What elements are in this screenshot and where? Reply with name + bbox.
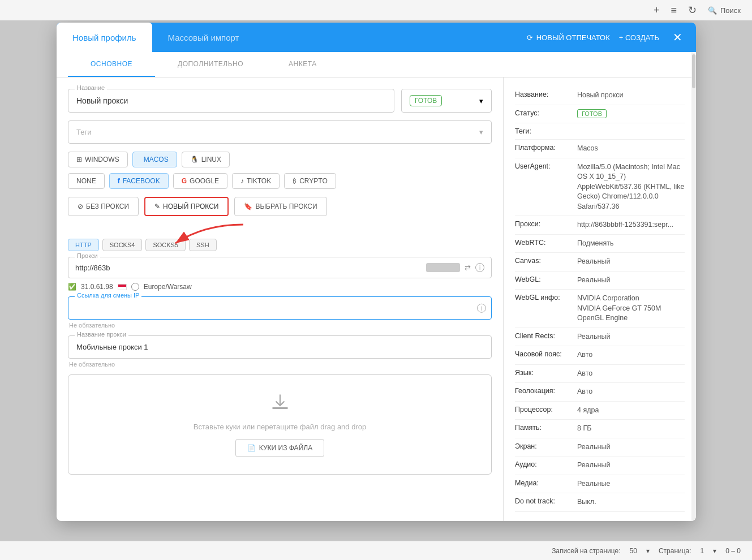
tags-select[interactable]: Теги ▾ — [68, 120, 492, 144]
status-badge: ГОТОВ — [410, 95, 442, 106]
info-row-useragent: UserAgent: Mozilla/5.0 (Macintosh; Intel… — [515, 158, 685, 217]
select-proxy-button[interactable]: 🔖 ВЫБРАТЬ ПРОКСИ — [234, 197, 326, 216]
info-row-proxy: Прокси: http://863bbbff-1253391:sepr... — [515, 216, 685, 235]
plus-icon[interactable]: + — [654, 5, 660, 16]
protocol-socks4[interactable]: SOCKS4 — [102, 239, 143, 251]
protocol-socks5[interactable]: SOCKS5 — [145, 239, 186, 251]
proxy-icons: ⇄ i — [465, 263, 484, 272]
ip-change-hint: Не обязательно — [68, 322, 492, 329]
tab-basic[interactable]: ОСНОВНОЕ — [68, 52, 155, 77]
info-value-useragent: Mozilla/5.0 (Macintosh; Intel Mac OS X 1… — [577, 162, 685, 212]
page-dropdown[interactable]: ▾ — [713, 547, 716, 555]
info-value-proxy: http://863bbbff-1253391:sepr... — [577, 220, 673, 230]
download-icon — [80, 392, 480, 417]
proxy-actions: ⊘ БЕЗ ПРОКСИ ✎ НОВЫЙ ПРОКСИ 🔖 ВЫБРАТЬ ПР… — [68, 197, 492, 216]
search-label: Поиск — [720, 6, 741, 15]
close-button[interactable]: ✕ — [668, 28, 687, 46]
info-icon[interactable]: i — [475, 263, 484, 272]
protocol-tabs: HTTP SOCKS4 SOCKS5 SSH — [68, 239, 492, 251]
info-row-geolocation: Геолокация: Авто — [515, 383, 685, 402]
name-field: Название — [68, 89, 394, 113]
bookmark-icon: 🔖 — [244, 203, 252, 210]
proxy-name-input[interactable] — [68, 335, 492, 359]
info-label-canvas: Canvas: — [515, 257, 577, 265]
info-row-status: Статус: ГОТОВ — [515, 105, 685, 124]
ip-info-icon[interactable]: i — [477, 303, 486, 313]
page-label: Страница: — [659, 547, 691, 555]
search-bar[interactable]: 🔍 Поиск — [708, 6, 741, 15]
social-google[interactable]: G GOOGLE — [173, 173, 227, 189]
scrollbar[interactable] — [691, 52, 696, 521]
page-range: 0 – 0 — [725, 547, 741, 555]
fingerprint-button[interactable]: ⟳ НОВЫЙ ОТПЕЧАТОК — [527, 33, 610, 42]
no-proxy-button[interactable]: ⊘ БЕЗ ПРОКСИ — [68, 197, 139, 216]
info-label-audio: Аудио: — [515, 460, 577, 468]
info-value-title: Новый прокси — [577, 91, 624, 101]
tab-new-profile[interactable]: Новый профиль — [57, 23, 152, 52]
platform-windows[interactable]: ⊞ WINDOWS — [68, 152, 128, 167]
windows-icon: ⊞ — [76, 156, 82, 163]
tab-extra[interactable]: ДОПОЛНИТЕЛЬНО — [155, 52, 266, 77]
menu-icon[interactable]: ≡ — [671, 5, 677, 16]
proxy-input[interactable] — [75, 264, 426, 272]
info-row-language: Язык: Авто — [515, 365, 685, 384]
cookie-zone: Вставьте куки или перетащите файл drag a… — [68, 374, 492, 475]
info-label-platform: Платформа: — [515, 144, 577, 152]
scrollbar-thumb[interactable] — [692, 54, 695, 88]
page-num: 1 — [701, 547, 704, 555]
dropdown-arrow: ▾ — [479, 97, 483, 105]
info-label-memory: Память: — [515, 424, 577, 432]
sub-tabs: ОСНОВНОЕ ДОПОЛНИТЕЛЬНО АНКЕТА — [57, 52, 696, 77]
info-label-proxy: Прокси: — [515, 220, 577, 228]
social-tiktok[interactable]: ♪ TIKTOK — [232, 173, 280, 189]
info-label-screen: Экран: — [515, 442, 577, 450]
info-label-dnt: Do not track: — [515, 497, 577, 505]
ip-change-input[interactable] — [68, 296, 492, 320]
refresh-icon[interactable]: ↻ — [688, 4, 697, 16]
protocol-ssh[interactable]: SSH — [189, 239, 217, 251]
info-value-timezone: Авто — [577, 350, 592, 360]
modal: Новый профиль Массовый импорт ⟳ НОВЫЙ ОТ… — [57, 23, 696, 521]
social-crypto[interactable]: ₿ CRYPTO — [284, 173, 336, 189]
info-value-media: Реальные — [577, 479, 610, 489]
proxy-input-row: Прокси ⇄ i — [68, 257, 492, 278]
tab-survey[interactable]: АНКЕТА — [266, 52, 340, 77]
linux-icon: 🐧 — [190, 156, 199, 163]
tags-arrow: ▾ — [479, 128, 483, 136]
info-row-webrtc: WebRTC: Подменять — [515, 235, 685, 253]
crypto-icon: ₿ — [293, 177, 296, 185]
records-dropdown[interactable]: ▾ — [646, 547, 650, 555]
platform-macos[interactable]: MACOS — [132, 152, 177, 167]
info-row-webgl-info: WebGL инфо: NVIDIA Corporation NVIDIA Ge… — [515, 290, 685, 328]
tags-row: Теги ▾ — [68, 120, 492, 144]
records-count: 50 — [630, 547, 637, 555]
proxy-name-label: Название прокси — [75, 331, 128, 338]
tab-mass-import[interactable]: Массовый импорт — [152, 23, 255, 52]
info-row-webgl: WebGL: Реальный — [515, 272, 685, 290]
social-none[interactable]: NONE — [68, 173, 105, 189]
social-facebook[interactable]: f FACEBOOK — [109, 173, 169, 189]
name-label: Название — [75, 84, 107, 91]
name-input[interactable] — [68, 89, 394, 113]
info-row-timezone: Часовой пояс: Авто — [515, 346, 685, 365]
new-proxy-button[interactable]: ✎ НОВЫЙ ПРОКСИ — [144, 197, 229, 216]
fingerprint-icon: ⟳ — [527, 33, 533, 42]
info-table: Название: Новый прокси Статус: ГОТОВ Тег… — [515, 87, 685, 512]
info-row-media: Медиа: Реальные — [515, 475, 685, 494]
modal-header: Новый профиль Массовый импорт ⟳ НОВЫЙ ОТ… — [57, 23, 696, 52]
protocol-http[interactable]: HTTP — [68, 239, 99, 251]
proxy-actions-container: ⊘ БЕЗ ПРОКСИ ✎ НОВЫЙ ПРОКСИ 🔖 ВЫБРАТЬ ПР… — [68, 197, 492, 216]
left-panel: Название ГОТОВ ▾ Теги ▾ ⊞ WINDO — [57, 77, 504, 521]
platform-linux[interactable]: 🐧 LINUX — [182, 152, 230, 167]
proxy-status-row: ✅ 31.0.61.98 Europe/Warsaw — [68, 283, 492, 291]
cookie-text: Вставьте куки или перетащите файл drag a… — [80, 423, 480, 431]
info-label-media: Медиа: — [515, 479, 577, 487]
modal-body: Название ГОТОВ ▾ Теги ▾ ⊞ WINDO — [57, 77, 696, 521]
status-dropdown[interactable]: ГОТОВ ▾ — [401, 89, 492, 113]
cookie-file-button[interactable]: 📄 КУКИ ИЗ ФАЙЛА — [235, 439, 324, 457]
info-row-client-rects: Client Rects: Реальный — [515, 328, 685, 347]
top-bar: + ≡ ↻ 🔍 Поиск — [0, 0, 752, 20]
right-panel: Название: Новый прокси Статус: ГОТОВ Тег… — [504, 77, 696, 521]
create-button[interactable]: + СОЗДАТЬ — [619, 33, 659, 42]
swap-icon[interactable]: ⇄ — [465, 264, 471, 272]
